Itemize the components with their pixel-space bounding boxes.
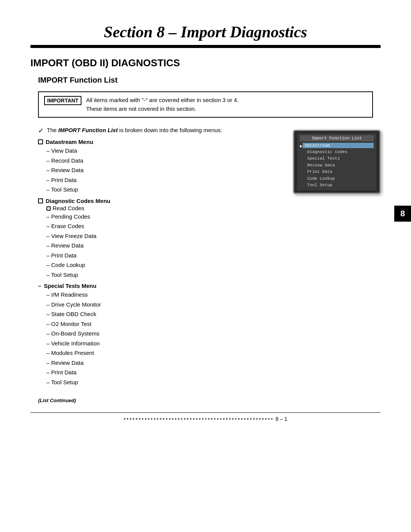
list-item: Code Lookup: [46, 260, 282, 270]
list-item-vehicle-info: Vehicle Information: [46, 339, 282, 348]
right-column: Import Function List ▶ Datastream Diagno…: [293, 126, 381, 390]
checkmark-text: The IMPORT Function List is broken down …: [47, 126, 222, 135]
list-item: View Data: [46, 146, 282, 156]
list-item: Review Data: [46, 358, 282, 368]
footer-bar: ••••••••••••••••••••••••••••••••••••••••…: [30, 412, 381, 422]
menu-label-special-tests: Special Tests Menu: [44, 283, 96, 289]
checkbox-icon-read-codes: [46, 206, 51, 211]
title-underline: [30, 45, 381, 48]
list-item: Record Data: [46, 156, 282, 166]
screen-line-3: Review Data: [300, 162, 374, 169]
list-item-drive-cycle: Drive Cycle Monitor: [46, 300, 282, 310]
checkbox-icon-datastream: [38, 139, 43, 144]
list-item: Pending Codes: [46, 212, 282, 222]
menu-label-datastream: Datastream Menu: [46, 139, 93, 145]
list-item: Tool Setup: [46, 270, 282, 280]
footer-dots: ••••••••••••••••••••••••••••••••••••••••…: [124, 416, 274, 422]
important-label: IMPORTANT: [44, 96, 81, 105]
list-item: Print Data: [46, 175, 282, 185]
nested-checkbox-read-codes: Read Codes: [46, 205, 282, 211]
screen-line-4: Print Data: [300, 169, 374, 175]
list-item: Tool Setup: [46, 185, 282, 195]
list-item: Erase Codes: [46, 221, 282, 231]
menu-section: Datastream Menu View Data Record Data Re…: [38, 139, 282, 387]
footer-continued: (List Continued): [38, 398, 381, 403]
page: Section 8 – Import Diagnostics IMPORT (O…: [0, 0, 411, 532]
diagnostic-sub-items: Read Codes Pending Codes Erase Codes Vie…: [46, 205, 282, 280]
screen-inner: Import Function List ▶ Datastream Diagno…: [297, 133, 376, 190]
chapter-heading: IMPORT (OBD II) DIAGNOSTICS: [30, 57, 381, 69]
list-item: Print Data: [46, 367, 282, 377]
list-item: On-Board Systems: [46, 329, 282, 339]
menu-header-datastream: Datastream Menu: [38, 139, 282, 145]
list-item: Review Data: [46, 241, 282, 251]
read-codes-label: Read Codes: [53, 205, 84, 211]
menu-group-datastream: Datastream Menu View Data Record Data Re…: [38, 139, 282, 195]
list-item: Print Data: [46, 251, 282, 260]
subheading: IMPORT Function List: [38, 76, 381, 85]
screen-line-6: Tool Setup: [300, 182, 374, 189]
screen-line-5: Code Lookup: [300, 176, 374, 182]
screen-arrow-icon: ▶: [300, 144, 303, 149]
list-item: Modules Present: [46, 348, 282, 358]
screen-line-2: Special Tests: [300, 155, 374, 162]
checkmark-icon: ✓: [38, 126, 44, 135]
screen-mockup: Import Function List ▶ Datastream Diagno…: [293, 130, 381, 194]
checkbox-icon-diagnostic: [38, 198, 43, 203]
screen-title-bar: Import Function List: [300, 135, 374, 141]
list-item: State OBD Check: [46, 309, 282, 319]
menu-group-special-tests: – Special Tests Menu I/M Readiness Drive…: [38, 283, 282, 387]
left-column: ✓ The IMPORT Function List is broken dow…: [38, 126, 282, 390]
list-item-o2-monitor: O2 Monitor Test: [46, 319, 282, 329]
section-tab: 8: [394, 206, 411, 222]
content-area: ✓ The IMPORT Function List is broken dow…: [38, 126, 381, 390]
list-item: Review Data: [46, 165, 282, 175]
screen-line-1: Diagnostic Codes: [300, 149, 374, 155]
important-box: IMPORTANT All items marked with "-" are …: [38, 91, 373, 118]
datastream-sub-items: View Data Record Data Review Data Print …: [46, 146, 282, 195]
menu-label-diagnostic: Diagnostic Codes Menu: [46, 198, 110, 204]
menu-group-diagnostic: Diagnostic Codes Menu Read Codes Pending…: [38, 198, 282, 280]
dash-icon: –: [38, 283, 41, 289]
list-item: I/M Readiness: [46, 290, 282, 300]
screen-highlighted-item: Datastream: [303, 143, 374, 148]
checkmark-item: ✓ The IMPORT Function List is broken dow…: [38, 126, 282, 135]
menu-header-special-tests: – Special Tests Menu: [38, 283, 282, 289]
special-tests-sub-items: I/M Readiness Drive Cycle Monitor State …: [46, 290, 282, 387]
screen-highlighted-row: ▶ Datastream: [300, 143, 374, 149]
list-item: Tool Setup: [46, 377, 282, 387]
important-text: All items marked with "-" are covered ei…: [86, 96, 239, 113]
menu-header-diagnostic: Diagnostic Codes Menu: [38, 198, 282, 204]
footer-page-number: 8 – 1: [276, 416, 287, 422]
list-item: View Freeze Data: [46, 231, 282, 241]
section-title: Section 8 – Import Diagnostics: [30, 23, 381, 41]
